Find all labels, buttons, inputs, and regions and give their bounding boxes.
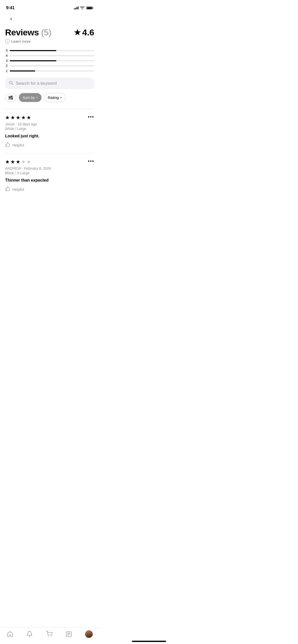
status-time: 9:41 <box>6 5 15 10</box>
rating-display: ★ 4.6 <box>74 27 94 37</box>
star-3: ★ <box>16 114 20 121</box>
sort-by-chevron-icon: ▾ <box>36 96 38 99</box>
bar-label-1: 1 <box>5 69 8 73</box>
sort-by-label: Sort by <box>23 95 35 100</box>
thumbs-up-icon-1 <box>5 186 10 193</box>
rating-bar-row-2: 2 <box>5 64 94 68</box>
review-author-1: ANDREW <box>5 166 21 170</box>
status-icons <box>74 6 93 9</box>
helpful-button-1[interactable]: Helpful <box>5 186 94 193</box>
status-bar: 9:41 <box>0 0 99 12</box>
signal-icon <box>74 6 78 9</box>
review-stars-1: ★ ★ ★ ★ ★ <box>5 159 31 165</box>
main-content: Reviews (5) ★ 4.6 i Learn more 5 4 3 <box>0 27 99 223</box>
bar-fill-5 <box>10 50 56 51</box>
rating-filter-label: Rating <box>48 95 59 100</box>
review-meta-1: ANDREW · February 8, 2024 <box>5 166 94 170</box>
bar-fill-1 <box>10 70 35 71</box>
bar-label-4: 4 <box>5 54 8 57</box>
search-placeholder: Search for a keyword <box>16 81 57 86</box>
reviews-count: (5) <box>41 27 51 37</box>
review-card-1: ★ ★ ★ ★ ★ ••• ANDREW · February 8, 2024 … <box>5 153 94 198</box>
rating-bar-row-5: 5 <box>5 49 94 52</box>
review-time-0: · 10 days ago <box>16 122 37 126</box>
bar-label-3: 3 <box>5 59 8 63</box>
reviews-title: Reviews (5) <box>5 27 51 37</box>
nav-bar: ‹ <box>0 12 99 23</box>
bar-fill-3 <box>10 60 56 61</box>
review-stars-0: ★ ★ ★ ★ ★ <box>5 114 31 121</box>
star-3: ★ <box>16 159 20 165</box>
sort-by-button[interactable]: Sort by ▾ <box>19 93 42 102</box>
bar-track-1 <box>10 70 94 71</box>
search-icon <box>9 81 13 86</box>
review-meta-0: Josue · 10 days ago <box>5 122 94 126</box>
rating-bar-row-3: 3 <box>5 59 94 63</box>
bar-track-5 <box>10 50 94 51</box>
review-more-button-1[interactable]: ••• <box>88 159 94 164</box>
rating-bars: 5 4 3 2 1 <box>5 49 94 73</box>
reviews-header: Reviews (5) ★ 4.6 <box>5 27 94 37</box>
thumbs-up-icon-0 <box>5 142 10 148</box>
back-button[interactable]: ‹ <box>5 13 17 24</box>
bar-track-2 <box>10 65 94 66</box>
svg-line-1 <box>12 84 13 85</box>
bar-track-4 <box>10 55 94 56</box>
rating-filter-button[interactable]: Rating ▾ <box>44 93 65 102</box>
learn-more-link[interactable]: i Learn more <box>5 39 94 43</box>
rating-bar-row-4: 4 <box>5 54 94 57</box>
review-variant-0: White / Large <box>5 127 94 131</box>
star-4: ★ <box>21 114 26 121</box>
review-header-1: ★ ★ ★ ★ ★ ••• <box>5 159 94 165</box>
review-card-0: ★ ★ ★ ★ ★ ••• Josue · 10 days ago White … <box>5 109 94 153</box>
filter-button[interactable] <box>5 94 16 101</box>
helpful-button-0[interactable]: Helpful <box>5 142 94 148</box>
star-1: ★ <box>5 114 10 121</box>
learn-more-label: Learn more <box>11 39 31 43</box>
bar-label-2: 2 <box>5 64 8 68</box>
review-time-1: · February 8, 2024 <box>22 166 51 170</box>
rating-bar-row-1: 1 <box>5 69 94 73</box>
star-4: ★ <box>21 159 26 165</box>
star-1: ★ <box>5 159 10 165</box>
reviews-title-group: Reviews (5) <box>5 27 51 37</box>
rating-star-icon: ★ <box>74 28 81 37</box>
sliders-icon <box>8 96 13 99</box>
bar-track-3 <box>10 60 94 61</box>
review-more-button-0[interactable]: ••• <box>88 114 94 120</box>
wifi-icon <box>80 6 84 9</box>
helpful-label-1: Helpful <box>12 187 24 192</box>
review-author-0: Josue <box>5 122 15 126</box>
rating-value: 4.6 <box>82 27 94 37</box>
review-text-0: Looked just right. <box>5 134 94 138</box>
bar-label-5: 5 <box>5 49 8 52</box>
battery-icon <box>86 6 93 9</box>
star-2: ★ <box>10 114 15 121</box>
helpful-label-0: Helpful <box>12 143 24 147</box>
rating-chevron-icon: ▾ <box>60 96 62 99</box>
star-5: ★ <box>26 159 31 165</box>
review-header-0: ★ ★ ★ ★ ★ ••• <box>5 114 94 121</box>
review-variant-1: Black / X-Large <box>5 171 94 175</box>
search-bar[interactable]: Search for a keyword <box>5 78 94 89</box>
star-5: ★ <box>26 114 31 121</box>
info-icon: i <box>5 39 10 43</box>
review-text-1: Thinner than expected <box>5 178 94 183</box>
filter-row: Sort by ▾ Rating ▾ <box>5 93 94 102</box>
star-2: ★ <box>10 159 15 165</box>
